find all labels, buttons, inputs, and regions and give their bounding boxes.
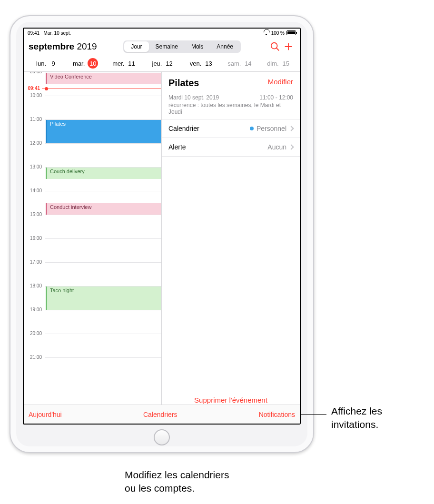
hour-slot[interactable] <box>45 215 161 238</box>
callout-calendars: Modifiez les calendriers ou les comptes. <box>125 468 229 495</box>
hour-label: 20:00 <box>24 331 45 355</box>
svg-line-1 <box>276 48 279 51</box>
event-title: Pilates <box>168 78 199 89</box>
day-tue[interactable]: mar.10 <box>66 58 105 69</box>
content-area: 09:0010:0011:0012:0013:0014:0015:0016:00… <box>24 72 300 410</box>
edit-event-button[interactable]: Modifier <box>268 78 293 86</box>
view-mode-month[interactable]: Mois <box>185 41 210 52</box>
calendar-event[interactable]: Couch delivery <box>46 168 161 179</box>
month-year: 2019 <box>77 41 97 51</box>
home-button[interactable] <box>154 429 170 445</box>
view-mode-week[interactable]: Semaine <box>149 41 185 52</box>
hour-label: 18:00 <box>24 283 45 307</box>
status-time: 09:41 <box>28 30 39 36</box>
month-name: septembre <box>29 41 74 51</box>
event-time: 11:00 - 12:00 <box>259 94 293 101</box>
event-calendar-row[interactable]: Calendrier Personnel <box>162 119 300 138</box>
search-icon <box>270 41 280 52</box>
hour-slot[interactable] <box>45 143 161 167</box>
view-mode-day[interactable]: Jour <box>124 41 148 52</box>
hour-slot[interactable] <box>45 334 161 357</box>
day-thu[interactable]: jeu.12 <box>143 58 182 69</box>
calendar-event[interactable]: Pilates <box>46 120 161 143</box>
bottom-toolbar: Aujourd'hui Calendriers Notifications <box>24 405 300 424</box>
hour-label: 19:00 <box>24 307 45 331</box>
wifi-icon <box>264 30 269 35</box>
event-detail-panel: Pilates Modifier Mardi 10 sept. 2019 11:… <box>162 72 300 410</box>
battery-percent: 100 % <box>271 30 285 36</box>
calendar-value: Personnel <box>256 125 286 132</box>
today-button[interactable]: Aujourd'hui <box>29 411 62 418</box>
hour-label: 13:00 <box>24 164 45 188</box>
calendars-button[interactable]: Calendriers <box>143 411 178 418</box>
hour-label: 15:00 <box>24 212 45 236</box>
day-sat[interactable]: sam.14 <box>221 58 259 69</box>
month-title[interactable]: septembre 2019 <box>29 41 97 52</box>
status-date: Mar. 10 sept. <box>43 30 71 36</box>
plus-icon <box>283 41 294 52</box>
status-right: 100 % <box>264 30 296 36</box>
hour-label: 10:00 <box>24 93 45 117</box>
calendar-event[interactable]: Conduct interview <box>46 203 161 215</box>
calendar-event[interactable]: Taco night <box>46 287 161 310</box>
view-mode-segmented-control[interactable]: Jour Semaine Mois Année <box>123 40 241 53</box>
add-event-button[interactable] <box>282 40 295 53</box>
event-alert-row[interactable]: Alerte Aucun <box>162 138 300 157</box>
calendar-label: Calendrier <box>168 125 199 132</box>
day-sun[interactable]: dim.15 <box>259 58 298 69</box>
svg-point-0 <box>271 43 277 49</box>
hour-label: 21:00 <box>24 355 45 378</box>
callout-line-notifications <box>300 414 326 415</box>
battery-icon <box>286 30 296 35</box>
ipad-device-frame: 09:41 Mar. 10 sept. 100 % septembre 2019… <box>10 15 314 453</box>
hour-slot[interactable] <box>45 96 161 119</box>
calendar-event[interactable]: Video Conference <box>46 73 161 84</box>
hour-label: 14:00 <box>24 188 45 212</box>
day-mon[interactable]: lun.9 <box>28 58 66 69</box>
status-bar: 09:41 Mar. 10 sept. 100 % <box>24 29 300 37</box>
alert-value: Aucun <box>267 143 286 151</box>
hour-label: 12:00 <box>24 140 45 164</box>
screen: 09:41 Mar. 10 sept. 100 % septembre 2019… <box>23 28 301 425</box>
hour-slot[interactable] <box>45 310 161 334</box>
hour-slot[interactable] <box>45 238 161 262</box>
hour-label: 11:00 <box>24 117 45 140</box>
search-button[interactable] <box>268 40 282 53</box>
hour-slot[interactable] <box>45 357 161 381</box>
status-left: 09:41 Mar. 10 sept. <box>28 30 71 36</box>
calendar-color-dot <box>250 127 254 130</box>
day-timeline[interactable]: 09:0010:0011:0012:0013:0014:0015:0016:00… <box>24 72 162 410</box>
current-time-indicator: 09:41 <box>24 89 161 89</box>
current-time-label: 09:41 <box>24 86 42 91</box>
day-fri[interactable]: ven.13 <box>182 58 221 69</box>
callout-line-calendars <box>143 417 143 467</box>
hour-slot[interactable] <box>45 262 161 286</box>
chevron-right-icon <box>288 144 294 149</box>
event-detail-header: Pilates Modifier Mardi 10 sept. 2019 11:… <box>162 72 300 119</box>
week-row: lun.9 mar.10 mer.11 jeu.12 ven.13 sam.14… <box>24 55 300 71</box>
view-mode-year[interactable]: Année <box>210 41 240 52</box>
event-recurrence: récurrence : toutes les semaines, le Mar… <box>168 102 293 115</box>
current-time-dot <box>45 87 48 90</box>
chevron-right-icon <box>288 126 294 131</box>
hour-label: 17:00 <box>24 259 45 283</box>
day-wed[interactable]: mer.11 <box>105 58 143 69</box>
app-header: septembre 2019 Jour Semaine Mois Année <box>24 37 300 55</box>
notifications-button[interactable]: Notifications <box>259 411 295 418</box>
event-date: Mardi 10 sept. 2019 <box>168 94 219 101</box>
callout-notifications: Affichez les invitations. <box>331 405 382 432</box>
alert-label: Alerte <box>168 143 186 151</box>
hour-label: 16:00 <box>24 236 45 259</box>
